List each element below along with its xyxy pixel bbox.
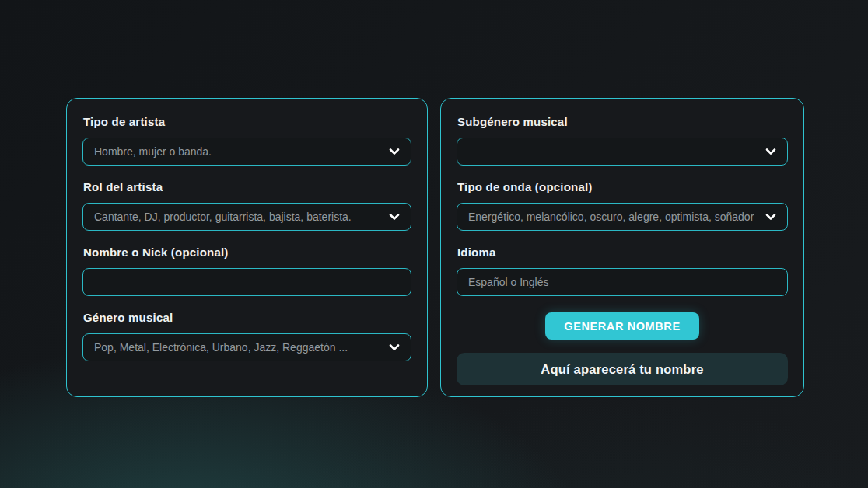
select-tipo-de-artista[interactable]: Hombre, mujer o banda. (82, 138, 411, 166)
field-subgenero-musical: Subgénero musical (457, 115, 788, 166)
generator-panel: Subgénero musical Tipo de onda (opcional… (440, 98, 804, 397)
label-nombre-o-nick: Nombre o Nick (opcional) (83, 246, 411, 260)
label-rol-del-artista: Rol del artista (83, 180, 411, 194)
label-idioma: Idioma (457, 246, 788, 260)
label-genero-musical: Género musical (83, 311, 411, 325)
field-rol-del-artista: Rol del artista Cantante, DJ, productor,… (82, 180, 411, 231)
generate-button-row: GENERAR NOMBRE (457, 312, 788, 340)
select-rol-del-artista-placeholder: Cantante, DJ, productor, guitarrista, ba… (94, 211, 380, 223)
select-rol-del-artista[interactable]: Cantante, DJ, productor, guitarrista, ba… (82, 203, 411, 231)
chevron-down-icon (765, 145, 777, 158)
generate-name-button[interactable]: GENERAR NOMBRE (545, 312, 698, 340)
label-subgenero-musical: Subgénero musical (457, 115, 788, 129)
select-genero-musical[interactable]: Pop, Metal, Electrónica, Urbano, Jazz, R… (82, 333, 411, 361)
chevron-down-icon (388, 145, 401, 158)
select-tipo-de-artista-placeholder: Hombre, mujer o banda. (94, 145, 380, 158)
generated-name-result: Aquí aparecerá tu nombre (457, 353, 788, 385)
idioma-input[interactable] (457, 268, 788, 296)
field-tipo-de-artista: Tipo de artista Hombre, mujer o banda. (82, 115, 411, 166)
chevron-down-icon (388, 341, 401, 354)
select-subgenero-musical[interactable] (457, 138, 788, 166)
artist-form-panel: Tipo de artista Hombre, mujer o banda. R… (66, 98, 428, 397)
select-tipo-de-onda-placeholder: Energético, melancólico, oscuro, alegre,… (468, 211, 756, 223)
field-idioma: Idioma (457, 246, 788, 296)
chevron-down-icon (765, 211, 777, 223)
chevron-down-icon (388, 211, 401, 223)
select-genero-musical-placeholder: Pop, Metal, Electrónica, Urbano, Jazz, R… (94, 341, 380, 354)
field-tipo-de-onda: Tipo de onda (opcional) Energético, mela… (457, 180, 788, 231)
select-tipo-de-onda[interactable]: Energético, melancólico, oscuro, alegre,… (457, 203, 788, 231)
nombre-o-nick-input[interactable] (82, 268, 411, 296)
label-tipo-de-onda: Tipo de onda (opcional) (457, 180, 788, 194)
field-genero-musical: Género musical Pop, Metal, Electrónica, … (82, 311, 411, 361)
label-tipo-de-artista: Tipo de artista (83, 115, 411, 129)
field-nombre-o-nick: Nombre o Nick (opcional) (82, 246, 411, 296)
